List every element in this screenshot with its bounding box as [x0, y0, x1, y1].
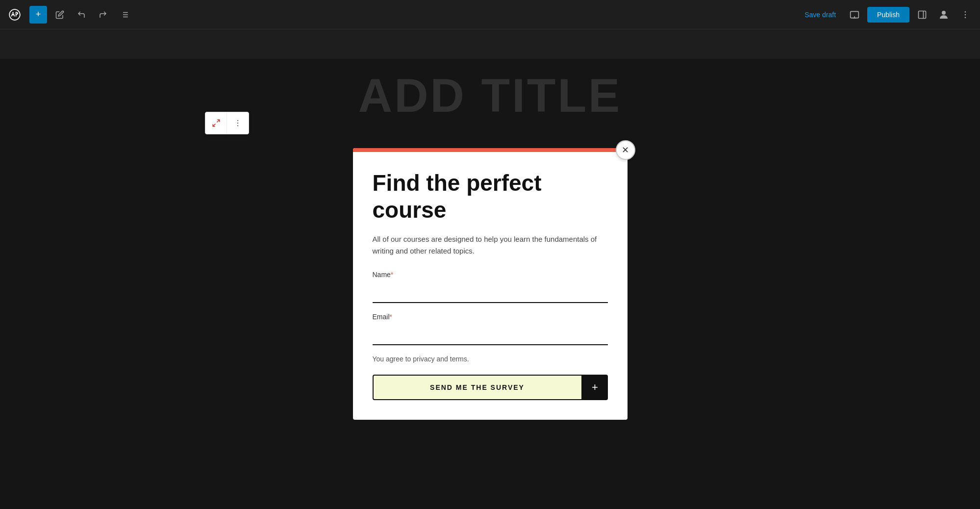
email-required-star: *: [390, 313, 392, 321]
plus-icon: +: [592, 381, 598, 394]
email-label: Email*: [373, 313, 608, 321]
add-block-button[interactable]: +: [29, 6, 47, 24]
email-form-group: Email*: [373, 313, 608, 345]
privacy-text: You agree to privacy and terms.: [373, 355, 608, 363]
name-required-star: *: [391, 271, 393, 279]
svg-point-17: [237, 120, 238, 121]
wp-logo[interactable]: [6, 6, 24, 24]
modal-overlay: ✕ Find the perfect course All of our cou…: [0, 59, 980, 509]
modal: ✕ Find the perfect course All of our cou…: [353, 148, 628, 420]
topbar-left: +: [6, 6, 799, 24]
svg-point-12: [965, 11, 966, 12]
modal-body: Find the perfect course All of our cours…: [353, 152, 628, 420]
block-more-button[interactable]: [227, 112, 249, 134]
close-icon: ✕: [622, 145, 629, 155]
submit-row: SEND ME THE SURVEY +: [373, 375, 608, 400]
undo-button[interactable]: [73, 6, 90, 24]
topbar: +: [0, 0, 980, 29]
block-expand-button[interactable]: [205, 112, 227, 134]
canvas: ADD TITLE ✕: [0, 29, 980, 509]
email-input[interactable]: [373, 324, 608, 345]
save-draft-button[interactable]: Save draft: [799, 8, 842, 22]
svg-point-11: [942, 11, 946, 15]
modal-description: All of our courses are designed to help …: [373, 233, 608, 257]
name-input[interactable]: [373, 281, 608, 303]
topbar-right: Save draft Publish: [799, 6, 974, 24]
publish-button[interactable]: Publish: [867, 7, 909, 23]
user-avatar[interactable]: [935, 6, 953, 24]
submit-button[interactable]: SEND ME THE SURVEY: [373, 375, 582, 400]
svg-point-13: [965, 14, 966, 15]
svg-line-16: [213, 124, 215, 127]
name-label: Name*: [373, 271, 608, 279]
list-view-button[interactable]: [116, 6, 133, 24]
modal-close-button[interactable]: ✕: [616, 140, 635, 160]
sidebar-toggle-icon[interactable]: [913, 6, 931, 24]
more-options-icon[interactable]: [956, 6, 974, 24]
svg-line-15: [217, 120, 219, 122]
block-toolbar: [205, 112, 249, 134]
svg-rect-9: [919, 11, 926, 18]
svg-point-14: [965, 17, 966, 18]
svg-point-18: [237, 123, 238, 124]
modal-title: Find the perfect course: [373, 170, 608, 224]
name-form-group: Name*: [373, 271, 608, 303]
preview-icon[interactable]: [846, 6, 863, 24]
edit-icon-button[interactable]: [51, 6, 69, 24]
redo-button[interactable]: [94, 6, 112, 24]
svg-point-19: [237, 125, 238, 126]
submit-add-button[interactable]: +: [582, 375, 608, 400]
modal-accent-bar: [353, 148, 628, 152]
